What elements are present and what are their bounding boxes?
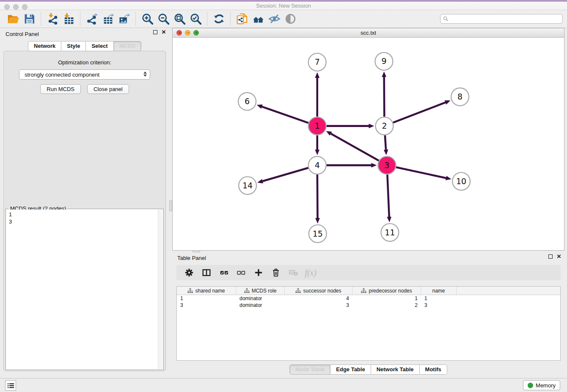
- graph-node-14[interactable]: 14: [239, 177, 256, 194]
- column-header-MCDS-role[interactable]: MCDS role: [236, 287, 285, 295]
- graph-node-4[interactable]: 4: [308, 156, 326, 174]
- vertical-splitter[interactable]: [169, 28, 172, 378]
- import-table-button[interactable]: [61, 12, 77, 26]
- tab-network-table[interactable]: Network Table: [371, 364, 420, 375]
- split-view-icon: [202, 268, 211, 277]
- task-history-button[interactable]: [5, 380, 16, 391]
- hide-selected-button[interactable]: [266, 12, 282, 26]
- export-table-button[interactable]: [100, 12, 116, 26]
- float-panel-icon[interactable]: [153, 30, 157, 34]
- graph-node-6[interactable]: 6: [238, 93, 256, 110]
- export-image-button[interactable]: [116, 12, 132, 26]
- table-cell[interactable]: 3: [177, 302, 236, 308]
- hide-selected-icon: [268, 13, 281, 25]
- hierarchy-icon: [361, 288, 366, 293]
- column-header-successor-nodes[interactable]: successor nodes: [285, 287, 352, 295]
- tab-motifs[interactable]: Motifs: [420, 364, 447, 375]
- edge-4-15[interactable]: [317, 174, 318, 218]
- tab-style[interactable]: Style: [61, 41, 86, 51]
- table-cell[interactable]: 1: [177, 295, 236, 301]
- table-cell[interactable]: 1: [421, 295, 457, 301]
- splitter-grip[interactable]: [169, 200, 172, 211]
- table-cell[interactable]: 4: [285, 295, 352, 301]
- column-label: MCDS role: [252, 288, 277, 294]
- deselect-all-columns-button[interactable]: [236, 268, 246, 278]
- save-session-button[interactable]: [21, 12, 37, 26]
- table-cell[interactable]: 2: [352, 302, 421, 308]
- edge-3-1[interactable]: [330, 133, 379, 160]
- show-all-button[interactable]: [282, 12, 298, 26]
- add-column-button[interactable]: [253, 268, 264, 278]
- float-table-panel-icon[interactable]: [548, 254, 553, 259]
- tab-mcds[interactable]: MCDS: [114, 41, 141, 51]
- edge-2-8[interactable]: [393, 102, 446, 123]
- clone-network-button[interactable]: [234, 12, 250, 26]
- table-cell[interactable]: 3: [421, 302, 457, 308]
- network-graph[interactable]: 1234678910111415: [173, 38, 564, 250]
- search-field[interactable]: [440, 14, 563, 24]
- edge-1-6[interactable]: [261, 107, 308, 123]
- table-row[interactable]: 3dominator323: [177, 302, 560, 309]
- main-area: Control Panel × NetworkStyleSelectMCDS O…: [0, 28, 567, 378]
- edge-4-14[interactable]: [262, 168, 308, 182]
- tab-node-table[interactable]: Node Table: [289, 364, 330, 375]
- graph-node-9[interactable]: 9: [375, 52, 393, 70]
- export-network-button[interactable]: [84, 12, 100, 26]
- graph-node-1[interactable]: 1: [308, 117, 326, 135]
- zoom-in-button[interactable]: [139, 12, 155, 26]
- close-panel-icon[interactable]: ×: [162, 30, 166, 34]
- table-cell[interactable]: 1: [352, 295, 421, 301]
- export-image-icon: [118, 13, 130, 25]
- go-home-button[interactable]: [250, 12, 266, 26]
- open-session-button[interactable]: [5, 12, 21, 26]
- control-panel-title: Control Panel: [6, 31, 39, 37]
- graph-node-7[interactable]: 7: [308, 53, 326, 71]
- column-header-name[interactable]: name: [421, 287, 457, 295]
- tab-select[interactable]: Select: [86, 41, 113, 51]
- edge-3-11[interactable]: [387, 174, 389, 217]
- zoom-fit-button[interactable]: [171, 12, 187, 26]
- tab-network[interactable]: Network: [28, 41, 61, 51]
- memory-button[interactable]: Memory: [523, 380, 560, 390]
- gear-button[interactable]: [184, 268, 194, 278]
- graph-node-10[interactable]: 10: [452, 172, 470, 190]
- table-panel: Table Panel × f(x) shared nameMCDS roles…: [172, 252, 564, 377]
- split-view-button[interactable]: [201, 268, 212, 278]
- table-row[interactable]: 1dominator411: [177, 295, 560, 302]
- zoom-selected-icon: [190, 13, 202, 25]
- graph-node-15[interactable]: 15: [309, 225, 327, 243]
- refresh-button[interactable]: [211, 12, 227, 26]
- apply-function-button[interactable]: f(x): [306, 268, 316, 278]
- zoom-selected-button[interactable]: [187, 12, 204, 26]
- import-network-button[interactable]: [44, 12, 61, 26]
- optimization-criterion-select[interactable]: strongly connected component: [19, 69, 150, 80]
- mcds-result-textarea[interactable]: 1 3: [6, 210, 163, 369]
- mcds-result-group: MCDS result (2 nodes) 1 3: [6, 209, 164, 370]
- run-mcds-button[interactable]: Run MCDS: [40, 84, 81, 94]
- table-cell[interactable]: dominator: [236, 302, 285, 308]
- search-input[interactable]: [450, 16, 560, 22]
- result-scrollbar[interactable]: [158, 210, 163, 369]
- graph-node-8[interactable]: 8: [451, 88, 469, 106]
- delete-column-button[interactable]: [271, 268, 281, 278]
- close-table-panel-icon[interactable]: ×: [557, 254, 561, 259]
- graph-node-11[interactable]: 11: [381, 224, 399, 241]
- svg-text:3: 3: [384, 160, 389, 170]
- column-header-predecessor-nodes[interactable]: predecessor nodes: [352, 287, 421, 295]
- table-panel-header: Table Panel ×: [172, 252, 564, 263]
- table-cell[interactable]: 3: [285, 302, 352, 308]
- zoom-out-button[interactable]: [155, 12, 171, 26]
- edge-2-9[interactable]: [384, 77, 385, 117]
- tab-edge-table[interactable]: Edge Table: [330, 364, 371, 375]
- edge-2-3[interactable]: [385, 135, 386, 150]
- graph-node-2[interactable]: 2: [375, 117, 393, 135]
- column-header-shared-name[interactable]: shared name: [177, 287, 236, 295]
- select-all-columns-button[interactable]: [219, 268, 229, 278]
- delete-table-button[interactable]: [288, 268, 298, 278]
- network-canvas[interactable]: 1234678910111415: [173, 38, 564, 250]
- graph-node-3[interactable]: 3: [378, 156, 396, 174]
- close-panel-button[interactable]: Close panel: [87, 84, 129, 94]
- table-cell[interactable]: dominator: [236, 295, 285, 301]
- add-column-icon: [254, 268, 263, 277]
- edge-3-10[interactable]: [396, 167, 446, 178]
